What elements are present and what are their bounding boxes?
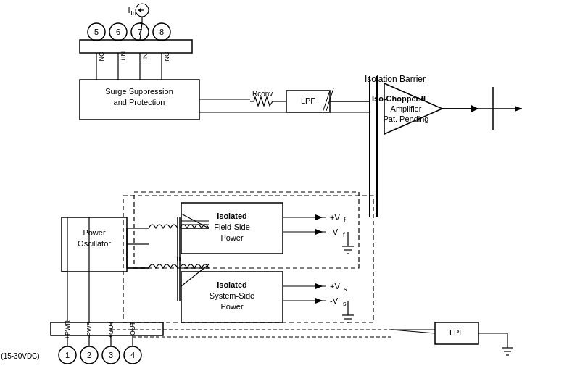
vf-pos-label: +V bbox=[330, 213, 340, 222]
isolated-sys-line3: Power bbox=[220, 302, 244, 311]
vs-pos-label: +V bbox=[330, 282, 340, 291]
svg-line-79 bbox=[392, 330, 435, 333]
in-t-label: IN bbox=[141, 54, 149, 60]
isolation-barrier-label: Isolation Barrier bbox=[365, 74, 426, 84]
iso-chopper-line2: Amplifier bbox=[391, 104, 422, 113]
lpf1-label: LPF bbox=[301, 96, 315, 105]
diagram-container: 5 6 7 8 I In NC +IN IN NC Surge Suppress… bbox=[0, 0, 580, 392]
pin8-label: 8 bbox=[160, 28, 164, 36]
pin3-label: 3 bbox=[109, 351, 113, 359]
isolated-field-line2: Field-Side bbox=[214, 222, 250, 231]
svg-marker-42 bbox=[315, 298, 323, 304]
isolated-sys-line1: Isolated bbox=[217, 280, 247, 289]
nc2-label: NC bbox=[163, 51, 170, 61]
vs-neg-sub: s bbox=[343, 300, 347, 307]
pin1-label: 1 bbox=[65, 351, 70, 359]
svg-marker-40 bbox=[315, 283, 323, 289]
pin5-label: 5 bbox=[94, 28, 99, 36]
pwr-neg-label: -PWR bbox=[86, 321, 93, 338]
pin6-label: 6 bbox=[116, 28, 120, 36]
pin4-label: 4 bbox=[130, 351, 135, 359]
lpf2-label: LPF bbox=[450, 328, 464, 337]
power-oscillator-line2: Oscillator bbox=[78, 239, 111, 248]
svg-marker-31 bbox=[315, 214, 323, 220]
vs-pos-sub: s bbox=[344, 285, 347, 293]
surge-line1: Surge Suppression bbox=[105, 87, 173, 96]
vs-neg-label: -V bbox=[330, 296, 339, 305]
svg-rect-0 bbox=[80, 40, 192, 53]
svg-marker-91 bbox=[515, 106, 522, 112]
iso-chopper-tm: TM bbox=[418, 97, 425, 102]
svg-marker-7 bbox=[138, 8, 141, 12]
i-in-label: I bbox=[128, 6, 130, 14]
pwr-pos-label: +PWR bbox=[64, 320, 71, 339]
isolated-field-line3: Power bbox=[220, 233, 244, 242]
svg-marker-33 bbox=[315, 229, 323, 235]
surge-line2: and Protection bbox=[114, 98, 165, 107]
svg-line-20 bbox=[323, 91, 330, 112]
vf-neg-sub: f bbox=[343, 231, 345, 238]
power-oscillator-line1: Power bbox=[83, 228, 106, 237]
isolated-field-line1: Isolated bbox=[217, 212, 247, 220]
nc1-label: NC bbox=[98, 51, 105, 61]
vf-pos-sub: f bbox=[344, 217, 346, 224]
iso-chopper-line3: Pat. Pending bbox=[384, 114, 429, 123]
in-pos-label: +IN bbox=[120, 51, 127, 62]
voltage-label: (15-30VDC) bbox=[1, 352, 39, 360]
isolated-sys-line2: System-Side bbox=[210, 291, 254, 300]
vf-neg-label: -V bbox=[330, 228, 339, 236]
pin2-label: 2 bbox=[87, 351, 91, 359]
